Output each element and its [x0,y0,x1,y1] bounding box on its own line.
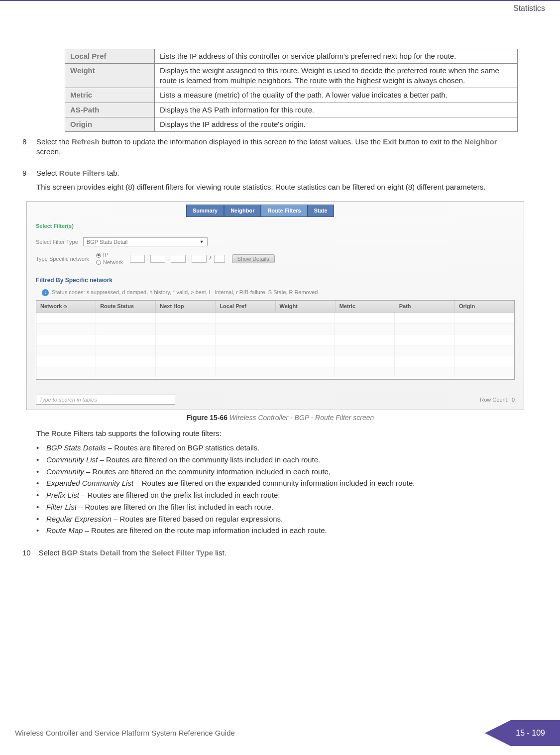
footer-text: Wireless Controller and Service Platform… [15,728,235,738]
desc-cell: Lists the IP address of this controller … [155,49,518,63]
tab-state[interactable]: State [308,205,334,217]
desc-cell: Lists a measure (metric) of the quality … [155,88,518,103]
term-cell: Metric [65,88,155,103]
filtered-by-legend: Filtred By Specific network [36,276,112,284]
keyword-refresh: Refresh [72,137,100,146]
filter-name: Expanded Community List [46,479,133,487]
status-codes-text: Status codes: s suppressed, d damped, h … [52,289,318,296]
step-text: Select BGP Stats Detail from the Select … [39,548,520,558]
table-row: WeightDisplays the weight assigned to th… [65,63,518,88]
col-route-status[interactable]: Route Status [96,301,156,312]
step-9: 9 Select Route Filters tab. This screen … [22,168,520,541]
list-item: Community – Routes are filtered on the c… [36,466,524,477]
col-weight[interactable]: Weight [276,301,336,312]
ip-octet-1[interactable] [130,255,145,263]
figure-caption: Figure 15-66 Wireless Controller - BGP -… [36,413,524,423]
select-filters-legend: Select Filter(s) [36,222,74,230]
filter-name: Filter List [46,503,77,511]
step-body-after-figure: The Route Filters tab supports the follo… [36,429,524,438]
keyword-neighbor: Neighbor [464,137,497,146]
row-count: Row Count: 0 [480,396,515,404]
step-number: 8 [22,137,28,161]
filter-type-dropdown[interactable]: BGP Stats Detail ▼ [83,237,208,246]
filter-type-value: BGP Stats Detail [87,238,127,246]
col-local-pref[interactable]: Local Pref [216,301,275,312]
definitions-table: Local PrefLists the IP address of this c… [65,49,518,132]
figure-title: Wireless Controller - BGP - Route Filter… [229,414,374,422]
ip-mask[interactable] [214,255,225,263]
tab-neighbor[interactable]: Neighbor [224,205,261,217]
header-section: Statistics [0,1,560,14]
page-number: 15 - 109 [511,720,560,746]
filter-name: Community List [46,455,98,464]
figure-tabs: Summary Neighbor Route Filters State [186,205,334,217]
filter-type-label: Select Filter Type [36,238,78,246]
page-number-badge: 15 - 109 [485,720,560,746]
show-details-button[interactable]: Show Details [232,254,275,263]
step-number: 10 [22,548,31,562]
list-item: BGP Stats Details – Routes are filtered … [36,442,524,453]
list-item: Prefix List – Routes are filtered on the… [36,490,524,501]
step-body-text: This screen provides eight (8) different… [36,182,524,192]
sort-icon: ⊙ [63,304,67,309]
desc-cell: Displays the weight assigned to this rou… [155,63,518,88]
grid-body [36,313,514,377]
figure-screenshot: Summary Neighbor Route Filters State Sel… [26,201,524,410]
ip-octet-2[interactable] [150,255,165,263]
term-cell: AS-Path [65,103,155,117]
ip-input-group: . . . / [130,255,224,263]
term-cell: Weight [65,63,155,88]
radio-network[interactable]: Network [96,259,123,266]
list-item: Expanded Community List – Routes are fil… [36,478,524,489]
col-path[interactable]: Path [395,301,455,312]
radio-ip[interactable]: IP [96,251,123,259]
tab-summary[interactable]: Summary [186,205,224,217]
list-item: Community List – Routes are filtered on … [36,454,524,465]
term-cell: Local Pref [65,49,155,63]
filter-name: BGP Stats Details [46,443,106,452]
keyword-route-filters: Route Filters [59,169,105,177]
results-grid: Network ⊙ Route Status Next Hop Local Pr… [36,300,515,380]
desc-cell: Displays the IP address of the route's o… [155,117,518,131]
keyword-exit: Exit [383,137,397,146]
col-metric[interactable]: Metric [336,301,395,312]
badge-triangle [485,720,511,746]
filter-name: Prefix List [46,491,79,499]
list-item: Regular Expression – Routes are filtered… [36,514,524,525]
chevron-down-icon: ▼ [200,239,204,245]
col-network[interactable]: Network ⊙ [36,301,96,312]
ip-octet-4[interactable] [192,255,207,263]
keyword-bgp-stats-detail: BGP Stats Detail [62,548,120,557]
col-next-hop[interactable]: Next Hop [156,301,216,312]
figure-number: Figure 15-66 [187,414,227,422]
ip-octet-3[interactable] [171,255,186,263]
figure-wrap: Summary Neighbor Route Filters State Sel… [36,201,524,423]
download-icon[interactable]: ↓ [42,289,49,296]
list-item: Filter List – Routes are filtered on the… [36,502,524,513]
table-row: OriginDisplays the IP address of the rou… [65,117,518,131]
filter-name: Regular Expression [46,515,112,523]
keyword-select-filter-type: Select Filter Type [152,548,213,557]
table-row: Local PrefLists the IP address of this c… [65,49,518,63]
filter-bullets: BGP Stats Details – Routes are filtered … [36,442,524,536]
filter-name: Community [46,467,84,476]
term-cell: Origin [65,117,155,131]
page-footer: Wireless Controller and Service Platform… [0,720,560,755]
step-text: Select the Refresh button to update the … [36,137,520,157]
col-origin[interactable]: Origin [455,301,514,312]
table-row: MetricLists a measure (metric) of the qu… [65,88,518,103]
tab-route-filters[interactable]: Route Filters [261,205,307,217]
step-8: 8 Select the Refresh button to update th… [22,137,520,161]
step-10: 10 Select BGP Stats Detail from the Sele… [22,548,520,562]
grid-header: Network ⊙ Route Status Next Hop Local Pr… [36,301,514,313]
filter-name: Route Map [46,526,83,535]
type-specific-label: Type Specific network [36,255,89,263]
desc-cell: Displays the AS Path information for thi… [155,103,518,117]
search-input[interactable]: Type to search in tables [36,395,175,405]
list-item: Route Map – Routes are filtered on the r… [36,525,524,536]
table-row: AS-PathDisplays the AS Path information … [65,103,518,117]
step-text: Select Route Filters tab. [36,168,524,178]
